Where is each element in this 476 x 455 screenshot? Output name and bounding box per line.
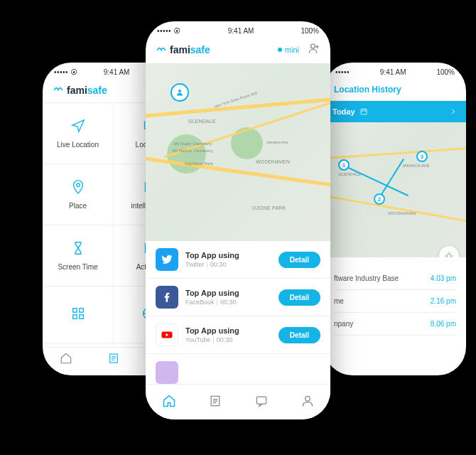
history-name: ftware Industry Base bbox=[334, 274, 399, 282]
app-title: Top App using bbox=[185, 326, 271, 335]
app-title: Top App using bbox=[185, 251, 271, 259]
svg-rect-8 bbox=[79, 314, 83, 318]
center-phone: ••••• ⦿ 9:41 AM 100% famisafe mini GLEND… bbox=[146, 21, 330, 419]
bottom-nav bbox=[146, 384, 330, 419]
brand-fami: fami bbox=[67, 85, 87, 96]
signal-icon: ••••• ⦿ bbox=[157, 27, 181, 35]
tile-label: Place bbox=[69, 202, 87, 210]
map-view[interactable]: GLENDALE Mt Hope Cemetery Mt Nebon Cemet… bbox=[146, 63, 330, 241]
map-label: Jamaica Ave bbox=[266, 140, 288, 144]
map-label: GLENDALE bbox=[188, 119, 216, 124]
history-row[interactable]: ftware Industry Base 4.03 pm bbox=[334, 267, 456, 290]
location-arrow-icon bbox=[70, 118, 86, 134]
history-name: npany bbox=[334, 320, 353, 328]
history-time: 4.03 pm bbox=[431, 274, 456, 282]
today-bar[interactable]: Today bbox=[324, 101, 466, 122]
brand-safe: safe bbox=[87, 85, 107, 96]
detail-button[interactable]: Detail bbox=[278, 327, 320, 343]
map-pin-icon bbox=[70, 179, 86, 195]
status-time: 9:41 AM bbox=[228, 27, 254, 35]
logo-icon bbox=[156, 43, 167, 57]
history-row[interactable]: npany 8.06 pm bbox=[334, 313, 456, 336]
tile-label: Live Location bbox=[57, 141, 99, 149]
right-phone: ••••• 9:41 AM 100% Location History Toda… bbox=[324, 63, 466, 375]
map-label: Jamaica Ave bbox=[402, 164, 430, 168]
history-time: 8.06 pm bbox=[431, 320, 456, 328]
history-name: me bbox=[334, 297, 344, 305]
signal-icon: ••••• bbox=[335, 68, 350, 76]
chevron-right-icon bbox=[449, 107, 458, 116]
map-view[interactable]: GLENDALE WOODHAVEN Jamaica Ave 1 2 3 bbox=[324, 122, 466, 257]
profile-mini[interactable]: mini bbox=[278, 46, 299, 54]
map-label: OZONE PARK bbox=[252, 205, 286, 210]
add-profile-button[interactable] bbox=[308, 42, 320, 58]
svg-point-15 bbox=[178, 90, 181, 92]
calendar-icon bbox=[359, 107, 368, 116]
map-label: WOODHAVEN bbox=[388, 211, 416, 215]
signal-icon: ••••• ⦿ bbox=[54, 68, 78, 76]
today-label: Today bbox=[332, 107, 355, 116]
tile-screen-time[interactable]: Screen Time bbox=[43, 225, 114, 287]
app-name: Twitter bbox=[185, 261, 205, 268]
app-row-twitter[interactable]: Top App using Twitter|00:30 Detail bbox=[146, 241, 330, 279]
app-time: 00:30 bbox=[217, 336, 233, 343]
history-time: 2.16 pm bbox=[431, 297, 456, 305]
nav-list[interactable] bbox=[208, 394, 222, 411]
app-name: FaceBook bbox=[185, 299, 215, 306]
app-usage-list: Top App using Twitter|00:30 Detail Top A… bbox=[146, 241, 330, 392]
brand-safe: safe bbox=[190, 44, 210, 55]
svg-rect-7 bbox=[72, 314, 77, 318]
tile-live-location[interactable]: Live Location bbox=[43, 103, 114, 164]
logo-icon bbox=[53, 83, 64, 97]
brand-logo: famisafe bbox=[156, 43, 210, 57]
status-time: 9:41 AM bbox=[104, 68, 130, 76]
app-row-facebook[interactable]: Top App using FaceBook|00:30 Detail bbox=[146, 279, 330, 316]
map-label: Highland Park bbox=[185, 161, 213, 166]
svg-point-2 bbox=[76, 183, 80, 187]
user-pin[interactable] bbox=[171, 83, 189, 102]
locate-button[interactable] bbox=[439, 246, 459, 257]
status-time: 9:41 AM bbox=[380, 68, 406, 76]
detail-button[interactable]: Detail bbox=[278, 289, 320, 306]
brand-fami: fami bbox=[170, 44, 190, 55]
status-bar: ••••• 9:41 AM 100% bbox=[324, 63, 466, 79]
svg-rect-6 bbox=[79, 308, 83, 312]
route-node-3[interactable]: 3 bbox=[416, 151, 428, 162]
route-node-1[interactable]: 1 bbox=[338, 159, 350, 171]
status-bar: ••••• ⦿ 9:41 AM 100% bbox=[146, 21, 330, 38]
history-list: ftware Industry Base 4.03 pm me 2.16 pm … bbox=[324, 257, 466, 336]
battery-label: 100% bbox=[301, 27, 319, 35]
youtube-icon bbox=[156, 323, 178, 346]
app-time: 00:30 bbox=[210, 261, 227, 268]
svg-point-19 bbox=[305, 396, 310, 401]
app-name: YouTube bbox=[185, 336, 210, 343]
route-node-2[interactable]: 2 bbox=[374, 193, 385, 205]
facebook-icon bbox=[156, 286, 178, 309]
app-time: 00:30 bbox=[220, 299, 237, 306]
nav-home[interactable] bbox=[60, 352, 72, 368]
map-label: WOODHAVEN bbox=[256, 159, 290, 164]
nav-home[interactable] bbox=[162, 394, 176, 411]
tile-place[interactable]: Place bbox=[43, 164, 114, 225]
grid-icon bbox=[70, 306, 86, 321]
tile-apps[interactable] bbox=[43, 287, 114, 348]
hourglass-icon bbox=[70, 240, 86, 256]
twitter-icon bbox=[156, 248, 178, 271]
nav-chat[interactable] bbox=[254, 394, 269, 411]
app-icon-generic bbox=[156, 361, 178, 384]
svg-rect-12 bbox=[361, 109, 367, 115]
map-label: Mt Nebon Cemetery bbox=[173, 149, 213, 153]
tile-label: Screen Time bbox=[58, 263, 97, 271]
history-row[interactable]: me 2.16 pm bbox=[334, 290, 456, 313]
battery-label: 100% bbox=[436, 68, 455, 76]
detail-button[interactable]: Detail bbox=[278, 252, 320, 268]
location-history-title: Location History bbox=[324, 79, 466, 101]
app-row-youtube[interactable]: Top App using YouTube|00:30 Detail bbox=[146, 316, 330, 354]
app-title: Top App using bbox=[185, 289, 271, 297]
nav-list[interactable] bbox=[107, 352, 120, 368]
nav-profile[interactable] bbox=[301, 394, 315, 411]
svg-point-14 bbox=[311, 44, 315, 48]
svg-point-13 bbox=[447, 254, 451, 257]
map-label: Mt Hope Cemetery bbox=[174, 141, 212, 146]
svg-rect-5 bbox=[72, 308, 77, 312]
